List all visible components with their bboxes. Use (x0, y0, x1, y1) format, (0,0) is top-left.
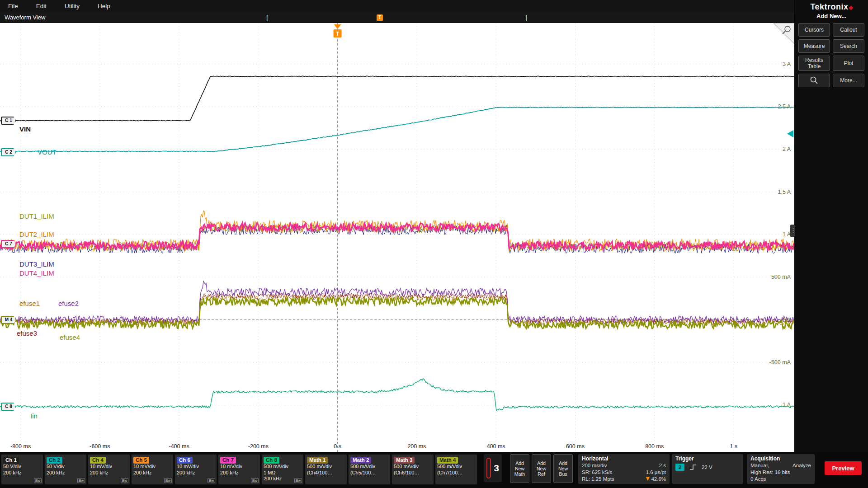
side-panel: Tektronix Add New... CursorsCalloutMeasu… (794, 0, 868, 452)
horizontal-title: Horizontal (582, 455, 666, 462)
channel-settings-badge-ch-1[interactable]: Ch 150 V/div200 kHzBw (1, 454, 43, 485)
cursors-button[interactable]: Cursors (798, 23, 830, 37)
add-new-heading: Add New... (795, 13, 868, 19)
trigger-panel[interactable]: Trigger 2 22 V (672, 454, 743, 484)
channel-name-chip: Ch 8 (264, 457, 279, 464)
menu-bar: FileEditUtilityHelp (0, 0, 794, 12)
channel-setting-line: 50 V/div (3, 464, 41, 470)
channel-setting-line: 200 kHz (90, 470, 128, 476)
acquisition-panel[interactable]: Acquisition Manual, Analyze High Res: 16… (747, 454, 815, 484)
zoom-corner-control[interactable] (774, 23, 794, 44)
x-axis-tick-label: 800 ms (645, 443, 664, 450)
channel-setting-line: 500 mA/div (350, 464, 388, 470)
channel-setting-line: 10 mV/div (177, 464, 215, 470)
channel-setting-line: (Ch7/100… (437, 470, 475, 476)
y-axis-tick-label: -1 A (781, 402, 791, 408)
menu-edit[interactable]: Edit (36, 3, 47, 9)
horizontal-span: 2 s (659, 462, 666, 469)
waveform-view-titlebar[interactable]: Waveform View [ T ] (0, 12, 794, 23)
add-new-math-button[interactable]: Add New Math (510, 454, 529, 483)
results-table-button[interactable]: Results Table (798, 56, 830, 71)
bandwidth-limit-icon: Bw (208, 478, 215, 483)
callout-count-badge[interactable]: 3 (484, 454, 502, 482)
channel-setting-line: 200 kHz (177, 470, 215, 476)
channel-settings-badge-ch-6[interactable]: Ch 610 mV/div200 kHzBw (175, 454, 217, 485)
trace-label-vout: VOUT (38, 148, 57, 156)
channel-setting-line: 500 mA/div (394, 464, 432, 470)
channel-badge-m-4[interactable]: M 4 (1, 316, 16, 324)
x-axis-tick-label: -200 ms (248, 443, 269, 450)
trigger-marker-triangle-icon[interactable] (334, 24, 341, 29)
zoom-tool-button[interactable] (798, 74, 830, 87)
tektronix-logo-dot-icon (849, 6, 853, 10)
zoom-bracket-right[interactable]: ] (525, 12, 527, 23)
waveform-plot-area[interactable]: -800 ms-600 ms-400 ms-200 ms0 s200 ms400… (0, 23, 794, 452)
channel-name-chip: Ch 4 (90, 457, 106, 464)
bandwidth-limit-icon: Bw (294, 478, 302, 483)
bandwidth-limit-icon: Bw (121, 478, 128, 483)
waveform-pane: Waveform View [ T ] -800 ms-600 ms-400 m… (0, 12, 794, 452)
trace-label-efuse4: efuse4 (60, 333, 80, 341)
trigger-position-icon[interactable]: T (377, 14, 383, 21)
channel-name-chip: Ch 2 (47, 457, 62, 464)
plot-button[interactable]: Plot (833, 56, 864, 71)
callout-button[interactable]: Callout (833, 23, 864, 37)
channel-badge-c-8[interactable]: C 8 (1, 403, 16, 411)
trigger-level: 22 V (702, 464, 712, 471)
trigger-source-badge[interactable]: 2 (675, 464, 684, 471)
trace-label-iin: Iin (30, 412, 38, 420)
trace-label-dut1-ilim: DUT1_ILIM (19, 212, 54, 220)
y-axis-tick-label: 0 A (783, 317, 791, 323)
channel-reference-arrow-icon[interactable] (787, 130, 793, 137)
measure-button[interactable]: Measure (798, 39, 830, 53)
channel-settings-badge-ch-7[interactable]: Ch 710 mV/div200 kHzBw (218, 454, 260, 485)
acquisition-detail: High Res: 16 bits (750, 469, 790, 476)
trace-label-dut2-ilim: DUT2_ILIM (19, 230, 54, 238)
channel-badge-c-1[interactable]: C 1 (1, 117, 16, 125)
waveform-svg[interactable]: -800 ms-600 ms-400 ms-200 ms0 s200 ms400… (0, 23, 794, 452)
menu-file[interactable]: File (8, 3, 18, 9)
magnifier-icon (810, 76, 819, 85)
channel-setting-line: 200 kHz (133, 470, 171, 476)
acquisition-mode: Manual, (750, 462, 769, 469)
horizontal-position-value: 42.6% (651, 476, 666, 482)
trace-label-dut3-ilim: DUT3_ILIM (19, 260, 54, 268)
channel-name-chip: Math 4 (437, 457, 458, 464)
callout-count-value: 3 (494, 463, 499, 474)
channel-settings-badge-math-4[interactable]: Math 4500 mA/div(Ch7/100… (435, 454, 477, 485)
channel-settings-badge-math-1[interactable]: Math 1500 mA/div(Ch4/100… (305, 454, 347, 485)
menu-help[interactable]: Help (98, 3, 110, 9)
channel-name-chip: Math 2 (350, 457, 371, 464)
channel-settings-badge-ch-2[interactable]: Ch 250 V/div200 kHzBw (44, 454, 87, 485)
search-button[interactable]: Search (833, 39, 864, 53)
channel-settings-badge-ch-5[interactable]: Ch 510 mV/div200 kHzBw (131, 454, 174, 485)
bandwidth-limit-icon: Bw (34, 478, 42, 483)
channel-name-chip: Math 1 (307, 457, 328, 464)
red-indicator-icon (486, 458, 491, 479)
channel-settings-badge-math-2[interactable]: Math 2500 mA/div(Ch5/100… (348, 454, 391, 485)
acquisition-title: Acquisition (750, 455, 811, 462)
add-new-bus-button[interactable]: Add New Bus (553, 454, 573, 483)
trigger-marker-letter: T (336, 30, 340, 37)
trace-vout (0, 107, 794, 152)
channel-setting-line: 500 mA/div (307, 464, 345, 470)
trigger-title: Trigger (675, 455, 740, 462)
trace-label-efuse3: efuse3 (17, 329, 37, 337)
horizontal-panel[interactable]: Horizontal 200 ms/div 2 s SR: 625 kS/s 1… (578, 454, 670, 484)
channel-badge-row: Ch 150 V/div200 kHzBwCh 250 V/div200 kHz… (1, 454, 477, 485)
preview-button[interactable]: Preview (825, 461, 862, 475)
zoom-bracket-left[interactable]: [ (266, 12, 268, 23)
y-axis-tick-label: 500 mA (771, 274, 791, 280)
more-button[interactable]: More... (833, 74, 864, 87)
channel-settings-badge-ch-8[interactable]: Ch 8500 mA/div1 MΩ200 kHzBw (261, 454, 304, 485)
panel-splitter-handle[interactable]: ⋮ (790, 225, 795, 237)
menu-utility[interactable]: Utility (65, 3, 80, 9)
add-new-ref-button[interactable]: Add New Ref (532, 454, 551, 483)
channel-settings-badge-ch-4[interactable]: Ch 410 mV/div200 kHzBw (88, 454, 130, 485)
channel-badge-c-7[interactable]: C 7 (1, 240, 16, 248)
channel-settings-badge-math-3[interactable]: Math 3500 mA/div(Ch6/100… (392, 454, 434, 485)
channel-badge-c-2[interactable]: C 2 (1, 148, 16, 156)
channel-setting-line: 200 kHz (220, 470, 258, 476)
channel-setting-line: 1 MΩ (264, 470, 302, 476)
trace-iin (0, 379, 794, 410)
